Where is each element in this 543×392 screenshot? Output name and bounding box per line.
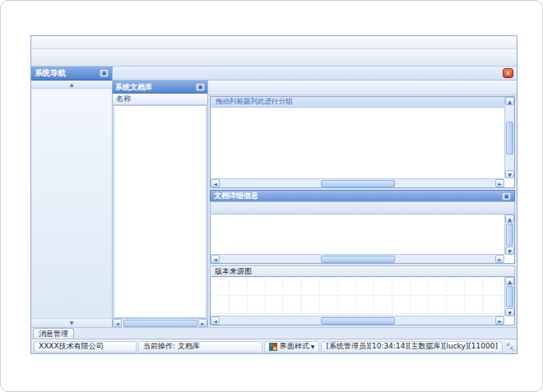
session-info: [系统管理员][10:34:14][主数据库][lucky][11000] [321, 341, 503, 353]
horizontal-scrollbar[interactable]: ◄► [211, 316, 504, 325]
version-toolbar [208, 81, 517, 95]
vertical-scrollbar[interactable]: ▲▼ [504, 214, 514, 255]
message-panel-bar: 消息管理 [31, 327, 517, 339]
app-window: 系统导航 ▣ ▲ ▼ ✕ 系统文档库 ▣ [30, 35, 517, 354]
version-graph-title: 版本来源图 [210, 265, 515, 276]
details-title: 文档详细信息 [214, 191, 258, 201]
resize-grip[interactable] [506, 343, 514, 351]
tree-column-header[interactable]: 名称 [113, 94, 207, 105]
document-table-container: 拖动列标题到此进行分组 ▲▼ ◄► [210, 96, 515, 188]
company-label: XXXX技术有限公司 [34, 341, 137, 353]
document-panel: 拖动列标题到此进行分组 ▲▼ ◄► 文档 [208, 81, 517, 327]
version-graph: ▲▼ ◄► [210, 276, 515, 325]
horizontal-scrollbar[interactable]: ◄► [211, 254, 504, 263]
tree-panel: 系统文档库 ▣ 名称 ◄► [113, 81, 208, 327]
tree-horizontal-scrollbar[interactable]: ◄► [113, 318, 207, 327]
horizontal-scrollbar[interactable]: ◄► [211, 178, 504, 187]
folder-tree [114, 105, 207, 318]
screenshot-canvas: 系统导航 ▣ ▲ ▼ ✕ 系统文档库 ▣ [0, 0, 543, 392]
sidebar-items [31, 89, 112, 318]
group-hint: 拖动列标题到此进行分组 [211, 97, 504, 108]
pin-icon[interactable]: ▣ [502, 192, 511, 201]
version-table-container: ▲▼ ◄► [210, 214, 515, 264]
scroll-up-strip[interactable]: ▲ [31, 81, 112, 89]
status-bar: XXXX技术有限公司 当前操作: 文档库 界面样式▼ [系统管理员][10:34… [31, 339, 517, 353]
main-tab-bar: ✕ [113, 67, 517, 81]
vertical-scrollbar[interactable]: ▲▼ [504, 97, 514, 178]
message-panel-tab[interactable]: 消息管理 [33, 328, 74, 339]
main-area: ✕ 系统文档库 ▣ 名称 ◄► [113, 67, 517, 327]
sidebar: 系统导航 ▣ ▲ ▼ [31, 67, 113, 327]
close-icon[interactable]: ✕ [503, 68, 513, 78]
details-tab-bar [210, 201, 515, 214]
ui-style-selector[interactable]: 界面样式▼ [264, 341, 320, 353]
vertical-scrollbar[interactable]: ▲▼ [504, 277, 514, 316]
pin-icon[interactable]: ▣ [196, 83, 205, 91]
style-palette-icon [269, 343, 277, 351]
menu-bar [31, 36, 517, 49]
sidebar-title: 系统导航 [35, 68, 66, 79]
scroll-down-strip[interactable]: ▼ [31, 318, 112, 327]
toolbar [31, 49, 517, 67]
current-operation-label: 当前操作: 文档库 [138, 341, 262, 353]
tree-panel-title: 系统文档库 [115, 82, 152, 93]
pin-icon[interactable]: ▣ [100, 69, 109, 77]
